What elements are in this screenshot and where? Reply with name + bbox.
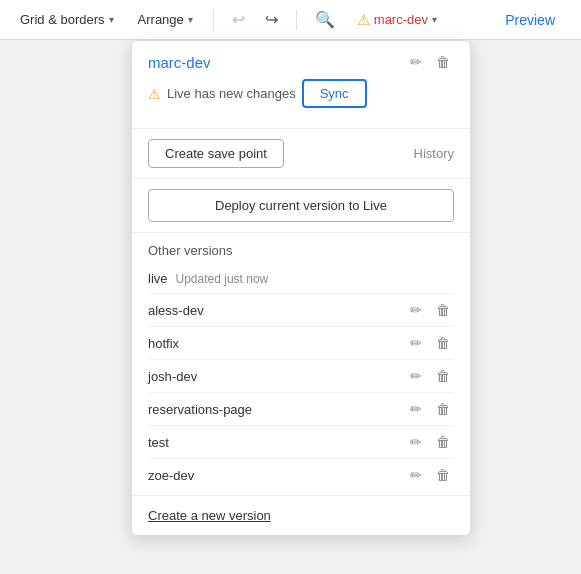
edit-branch-button[interactable]: ✏ — [406, 53, 426, 71]
edit-version-button[interactable]: ✏ — [406, 466, 426, 484]
panel-actions: Create save point History — [132, 129, 470, 179]
toolbar-divider-1 — [213, 10, 214, 30]
version-name: josh-dev — [148, 369, 197, 384]
version-name: aless-dev — [148, 303, 204, 318]
branch-edit-actions: ✏ 🗑 — [406, 53, 454, 71]
delete-version-button[interactable]: 🗑 — [432, 367, 454, 385]
arrange-button[interactable]: Arrange ▾ — [130, 8, 201, 31]
warning-text: Live has new changes — [167, 86, 296, 101]
delete-version-button[interactable]: 🗑 — [432, 400, 454, 418]
trash-icon: 🗑 — [436, 54, 450, 70]
create-new-version-button[interactable]: Create a new version — [132, 495, 470, 535]
delete-version-button[interactable]: 🗑 — [432, 334, 454, 352]
sync-button[interactable]: Sync — [302, 79, 367, 108]
warning-row: ⚠ Live has new changes Sync — [148, 79, 454, 108]
create-save-label: Create save point — [165, 146, 267, 161]
redo-icon: ↪ — [265, 10, 278, 29]
version-actions: ✏🗑 — [406, 400, 454, 418]
version-actions: ✏🗑 — [406, 466, 454, 484]
panel-header: marc-dev ✏ 🗑 ⚠ Live has new changes Sync — [132, 41, 470, 129]
search-icon: 🔍 — [315, 10, 335, 29]
create-save-point-button[interactable]: Create save point — [148, 139, 284, 168]
version-item[interactable]: liveUpdated just now — [148, 264, 454, 294]
branch-button[interactable]: ⚠ marc-dev ▾ — [349, 7, 445, 33]
edit-version-button[interactable]: ✏ — [406, 433, 426, 451]
version-item[interactable]: reservations-page✏🗑 — [148, 393, 454, 426]
version-name: reservations-page — [148, 402, 252, 417]
version-tag: Updated just now — [176, 272, 269, 286]
sync-label: Sync — [320, 86, 349, 101]
current-branch-name: marc-dev — [148, 54, 211, 71]
version-actions: ✏🗑 — [406, 433, 454, 451]
create-new-label: Create a new version — [148, 508, 271, 523]
branch-chevron-icon: ▾ — [432, 14, 437, 25]
other-versions-title: Other versions — [148, 243, 454, 258]
arrange-label: Arrange — [138, 12, 184, 27]
version-item[interactable]: aless-dev✏🗑 — [148, 294, 454, 327]
branch-dropdown-panel: marc-dev ✏ 🗑 ⚠ Live has new changes Sync — [131, 40, 471, 536]
version-item[interactable]: josh-dev✏🗑 — [148, 360, 454, 393]
search-button[interactable]: 🔍 — [309, 6, 341, 33]
panel-wrapper: marc-dev ✏ 🗑 ⚠ Live has new changes Sync — [0, 40, 581, 536]
version-item[interactable]: hotfix✏🗑 — [148, 327, 454, 360]
branch-label: marc-dev — [374, 12, 428, 27]
undo-button[interactable]: ↩ — [226, 6, 251, 33]
version-name: zoe-dev — [148, 468, 194, 483]
history-link[interactable]: History — [414, 146, 454, 161]
deploy-section: Deploy current version to Live — [132, 179, 470, 233]
preview-button[interactable]: Preview — [491, 7, 569, 33]
toolbar-divider-2 — [296, 10, 297, 30]
edit-version-button[interactable]: ✏ — [406, 334, 426, 352]
version-actions: ✏🗑 — [406, 301, 454, 319]
version-item[interactable]: test✏🗑 — [148, 426, 454, 459]
branch-warning-icon: ⚠ — [357, 11, 370, 29]
version-list: liveUpdated just nowaless-dev✏🗑hotfix✏🗑j… — [148, 264, 454, 491]
deploy-label: Deploy current version to Live — [215, 198, 387, 213]
edit-version-button[interactable]: ✏ — [406, 301, 426, 319]
version-name: test — [148, 435, 169, 450]
version-name: liveUpdated just now — [148, 271, 268, 286]
version-actions: ✏🗑 — [406, 367, 454, 385]
delete-version-button[interactable]: 🗑 — [432, 433, 454, 451]
arrange-chevron-icon: ▾ — [188, 14, 193, 25]
delete-branch-button[interactable]: 🗑 — [432, 53, 454, 71]
delete-version-button[interactable]: 🗑 — [432, 301, 454, 319]
grid-borders-label: Grid & borders — [20, 12, 105, 27]
redo-button[interactable]: ↪ — [259, 6, 284, 33]
grid-borders-button[interactable]: Grid & borders ▾ — [12, 8, 122, 31]
undo-icon: ↩ — [232, 10, 245, 29]
deploy-button[interactable]: Deploy current version to Live — [148, 189, 454, 222]
version-item[interactable]: zoe-dev✏🗑 — [148, 459, 454, 491]
version-name: hotfix — [148, 336, 179, 351]
edit-version-button[interactable]: ✏ — [406, 400, 426, 418]
warning-icon: ⚠ — [148, 86, 161, 102]
edit-version-button[interactable]: ✏ — [406, 367, 426, 385]
toolbar: Grid & borders ▾ Arrange ▾ ↩ ↪ 🔍 ⚠ marc-… — [0, 0, 581, 40]
preview-label: Preview — [505, 12, 555, 28]
current-branch-row: marc-dev ✏ 🗑 — [148, 53, 454, 71]
delete-version-button[interactable]: 🗑 — [432, 466, 454, 484]
version-actions: ✏🗑 — [406, 334, 454, 352]
edit-icon: ✏ — [410, 54, 422, 70]
versions-section: Other versions liveUpdated just nowaless… — [132, 233, 470, 495]
grid-borders-chevron-icon: ▾ — [109, 14, 114, 25]
